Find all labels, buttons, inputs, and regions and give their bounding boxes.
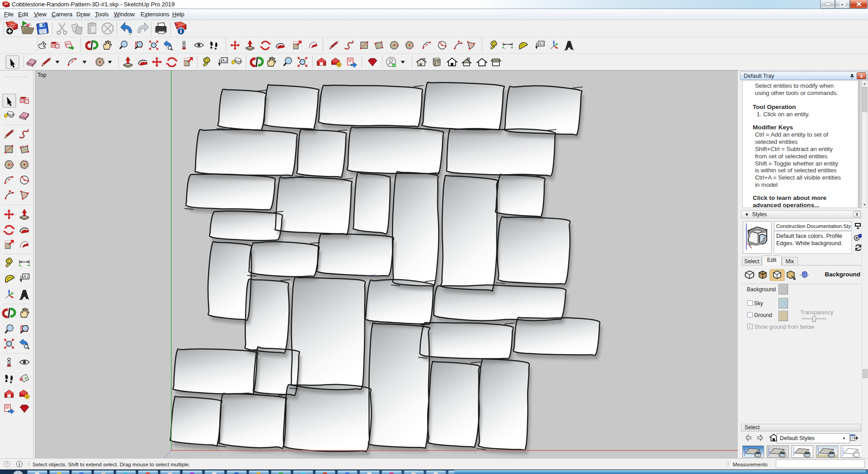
svg-text:A1: A1: [222, 58, 227, 63]
svg-text:A1: A1: [23, 274, 29, 279]
svg-text:Top: Top: [38, 72, 47, 78]
svg-text:A1: A1: [538, 41, 544, 46]
